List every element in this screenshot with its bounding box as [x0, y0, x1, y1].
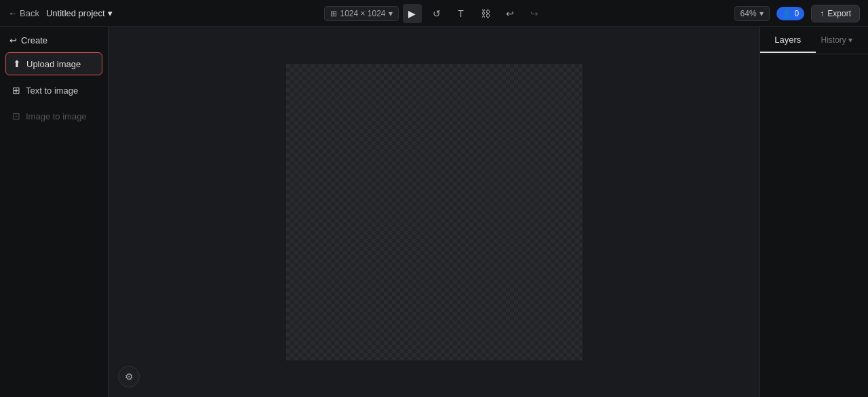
- topbar-left: ← Back Untitled project ▾: [8, 8, 288, 18]
- text-to-image-icon: ⊞: [12, 85, 20, 96]
- topbar-right: 64% ▾ 👤 0 ↑ Export: [580, 5, 860, 22]
- back-arrow-icon: ←: [8, 8, 17, 18]
- canvas-size-chevron-icon: ▾: [389, 9, 393, 18]
- tab-history[interactable]: History ▾: [816, 29, 869, 53]
- upload-image-label: Upload image: [26, 59, 81, 69]
- create-header: ↩ Create: [5, 33, 102, 48]
- sidebar-item-upload-image[interactable]: ⬆ Upload image: [5, 52, 102, 75]
- bottom-bar: ⚙: [118, 366, 140, 387]
- export-button[interactable]: ↑ Export: [811, 5, 860, 22]
- user-count: 0: [795, 9, 800, 18]
- undo-button[interactable]: ↩: [500, 4, 519, 23]
- history-tab-label: History: [821, 35, 846, 45]
- sidebar-item-text-to-image[interactable]: ⊞ Text to image: [5, 79, 102, 101]
- layers-tab-label: Layers: [774, 35, 801, 45]
- project-title[interactable]: Untitled project ▾: [46, 8, 113, 18]
- canvas[interactable]: [286, 64, 583, 360]
- text-to-image-label: Text to image: [26, 86, 78, 96]
- link-tool-button[interactable]: ⛓: [476, 4, 495, 23]
- zoom-value: 64%: [741, 9, 757, 18]
- canvas-size-value: 1024 × 1024: [340, 9, 385, 18]
- text-tool-button[interactable]: T: [452, 4, 471, 23]
- play-tool-button[interactable]: ▶: [403, 4, 422, 23]
- redo-button[interactable]: ↪: [525, 4, 544, 23]
- create-arrow-icon: ↩: [9, 35, 17, 45]
- toolbar-icons: ▶ ↺ T ⛓ ↩ ↪: [403, 4, 544, 23]
- create-label: Create: [21, 35, 47, 45]
- zoom-control[interactable]: 64% ▾: [734, 6, 770, 21]
- project-title-chevron-icon: ▾: [108, 8, 113, 18]
- history-chevron-icon: ▾: [848, 35, 852, 45]
- tab-layers[interactable]: Layers: [760, 28, 816, 53]
- settings-button[interactable]: ⚙: [118, 366, 140, 387]
- export-icon: ↑: [820, 9, 824, 18]
- export-label: Export: [827, 9, 851, 18]
- canvas-area: ⚙: [108, 27, 760, 397]
- back-button[interactable]: ← Back: [8, 8, 39, 18]
- rotate-tool-button[interactable]: ↺: [427, 4, 446, 23]
- right-sidebar: Layers History ▾: [760, 27, 868, 397]
- sidebar-item-image-to-image: ⊡ Image to image: [5, 105, 102, 127]
- canvas-size-selector[interactable]: ⊞ 1024 × 1024 ▾: [324, 6, 398, 21]
- image-to-image-label: Image to image: [26, 111, 87, 121]
- left-sidebar: ↩ Create ⬆ Upload image ⊞ Text to image …: [0, 27, 108, 397]
- back-label: Back: [20, 8, 39, 18]
- right-sidebar-header: Layers History ▾: [760, 27, 868, 54]
- topbar: ← Back Untitled project ▾ ⊞ 1024 × 1024 …: [0, 0, 868, 27]
- canvas-size-icon: ⊞: [330, 9, 337, 18]
- user-icon: 👤: [782, 9, 792, 18]
- zoom-chevron-icon: ▾: [760, 9, 764, 18]
- image-to-image-icon: ⊡: [12, 111, 20, 121]
- upload-image-icon: ⬆: [13, 58, 21, 69]
- topbar-center: ⊞ 1024 × 1024 ▾ ▶ ↺ T ⛓ ↩ ↪: [294, 4, 574, 23]
- user-badge: 👤 0: [776, 7, 805, 20]
- main-layout: ↩ Create ⬆ Upload image ⊞ Text to image …: [0, 27, 868, 397]
- settings-icon: ⚙: [125, 371, 134, 382]
- project-title-text: Untitled project: [46, 8, 105, 18]
